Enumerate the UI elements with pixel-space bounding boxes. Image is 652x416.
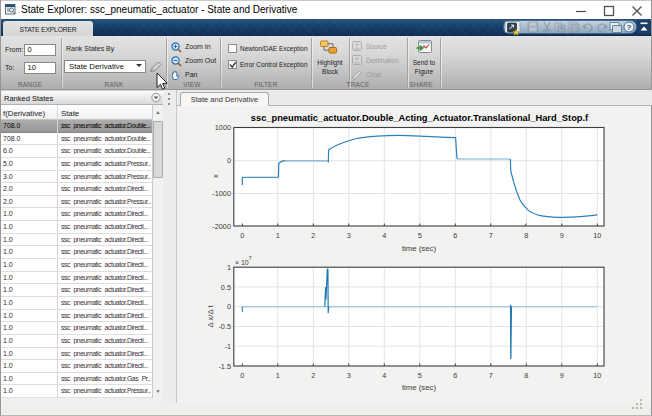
svg-text:?: ? — [627, 23, 632, 32]
